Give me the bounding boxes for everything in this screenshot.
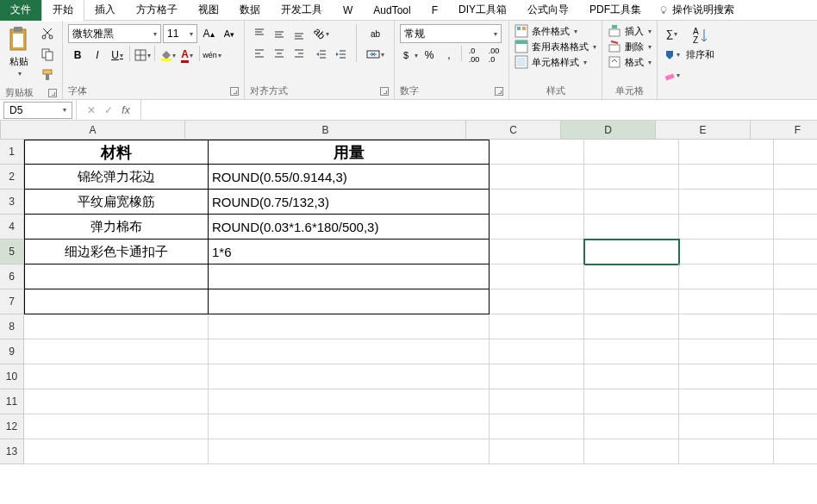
row-header-6[interactable]: 6 — [0, 264, 24, 289]
accept-formula-button[interactable]: ✓ — [101, 103, 116, 118]
number-format-select[interactable]: 常规▾ — [400, 24, 502, 43]
row-header-9[interactable]: 9 — [0, 339, 24, 364]
sort-filter-button[interactable]: AZ 排序和 — [684, 24, 716, 63]
cell-B9[interactable] — [209, 339, 490, 364]
cell-C6[interactable] — [490, 264, 584, 289]
cell-F10[interactable] — [774, 364, 817, 389]
cell-B5[interactable]: 1*6 — [209, 240, 490, 264]
tab-ffgz[interactable]: 方方格子 — [126, 0, 188, 21]
table-format-button[interactable]: 套用表格格式▾ — [515, 40, 596, 53]
cell-D2[interactable] — [584, 165, 679, 190]
cell-B8[interactable] — [209, 314, 490, 339]
col-header-B[interactable]: B — [185, 121, 466, 140]
cell-F4[interactable] — [774, 215, 817, 240]
decrease-indent-button[interactable] — [312, 45, 331, 64]
copy-button[interactable] — [38, 45, 57, 64]
cell-style-button[interactable]: 单元格样式▾ — [515, 55, 596, 69]
align-left-button[interactable] — [250, 44, 269, 63]
cell-A12[interactable] — [24, 414, 209, 439]
tab-dev[interactable]: 开发工具 — [271, 0, 333, 21]
cell-F2[interactable] — [774, 165, 817, 190]
cell-A5[interactable]: 细边彩色卡通扣子 — [24, 240, 209, 264]
cell-C8[interactable] — [490, 314, 584, 339]
cell-E8[interactable] — [679, 314, 774, 339]
cell-B3[interactable]: ROUND(0.75/132,3) — [209, 190, 490, 215]
cell-A6[interactable] — [24, 264, 209, 289]
row-header-13[interactable]: 13 — [0, 439, 24, 464]
cell-A10[interactable] — [24, 364, 209, 389]
cell-C4[interactable] — [490, 215, 584, 240]
paste-button[interactable]: 粘贴 ▾ — [5, 24, 33, 79]
cell-C10[interactable] — [490, 364, 584, 389]
cell-F5[interactable] — [774, 240, 817, 264]
cell-D11[interactable] — [584, 389, 679, 414]
cell-C2[interactable] — [490, 165, 584, 190]
fill-button[interactable]: ▾ — [663, 45, 681, 64]
row-header-1[interactable]: 1 — [0, 140, 24, 165]
bold-button[interactable]: B — [68, 46, 87, 65]
comma-button[interactable]: , — [440, 46, 458, 65]
cell-F7[interactable] — [774, 289, 817, 314]
cell-C12[interactable] — [490, 414, 584, 439]
row-header-12[interactable]: 12 — [0, 414, 24, 439]
cell-B4[interactable]: ROUND(0.03*1.6*180/500,3) — [209, 215, 490, 240]
cell-C7[interactable] — [490, 289, 584, 314]
row-header-11[interactable]: 11 — [0, 389, 24, 414]
tab-view[interactable]: 视图 — [188, 0, 229, 21]
autosum-button[interactable]: ∑▾ — [663, 24, 681, 43]
cell-C5[interactable] — [490, 240, 584, 264]
cell-B2[interactable]: ROUND(0.55/0.9144,3) — [209, 165, 490, 190]
cell-D10[interactable] — [584, 364, 679, 389]
cell-D4[interactable] — [584, 215, 679, 240]
row-header-4[interactable]: 4 — [0, 215, 24, 240]
cell-E3[interactable] — [679, 190, 774, 215]
tab-data[interactable]: 数据 — [229, 0, 271, 21]
row-header-2[interactable]: 2 — [0, 165, 24, 190]
row-header-10[interactable]: 10 — [0, 364, 24, 389]
cell-D3[interactable] — [584, 190, 679, 215]
cell-E2[interactable] — [679, 165, 774, 190]
increase-decimal-button[interactable]: .0.00 — [465, 46, 483, 65]
increase-indent-button[interactable] — [332, 45, 351, 64]
cell-D13[interactable] — [584, 439, 679, 464]
tab-audtool[interactable]: AudTool — [363, 1, 421, 20]
currency-button[interactable]: $▾ — [400, 46, 419, 65]
clear-button[interactable]: ▾ — [663, 65, 681, 84]
cell-E5[interactable] — [679, 240, 774, 264]
cell-F13[interactable] — [774, 439, 817, 464]
align-top-button[interactable] — [250, 24, 269, 43]
insert-cells-button[interactable]: 插入▾ — [608, 24, 652, 38]
merge-button[interactable]: ▾ — [362, 45, 389, 64]
col-header-A[interactable]: A — [1, 121, 185, 140]
delete-cells-button[interactable]: 删除▾ — [608, 40, 652, 53]
font-name-select[interactable]: 微软雅黑▾ — [68, 24, 161, 43]
cell-E13[interactable] — [679, 439, 774, 464]
font-launcher[interactable] — [230, 87, 239, 96]
border-button[interactable]: ▾ — [133, 46, 152, 65]
cell-A2[interactable]: 锦纶弹力花边 — [24, 165, 209, 190]
row-header-8[interactable]: 8 — [0, 314, 24, 339]
cell-B13[interactable] — [209, 439, 490, 464]
cell-C13[interactable] — [490, 439, 584, 464]
format-cells-button[interactable]: 格式▾ — [608, 55, 652, 69]
cell-E10[interactable] — [679, 364, 774, 389]
cell-A9[interactable] — [24, 339, 209, 364]
underline-button[interactable]: U▾ — [108, 46, 127, 65]
row-header-3[interactable]: 3 — [0, 190, 24, 215]
cell-F9[interactable] — [774, 339, 817, 364]
cell-D12[interactable] — [584, 414, 679, 439]
format-painter-button[interactable] — [38, 65, 57, 84]
cell-A11[interactable] — [24, 389, 209, 414]
tab-home[interactable]: 开始 — [41, 0, 84, 22]
font-size-select[interactable]: 11▾ — [163, 24, 197, 43]
alignment-launcher[interactable] — [380, 87, 389, 96]
cut-button[interactable] — [38, 24, 57, 43]
tab-fxguide[interactable]: 公式向导 — [517, 0, 579, 21]
cell-A13[interactable] — [24, 439, 209, 464]
tab-insert[interactable]: 插入 — [84, 0, 126, 21]
decrease-decimal-button[interactable]: .00.0 — [484, 46, 503, 65]
cell-D9[interactable] — [584, 339, 679, 364]
italic-button[interactable]: I — [88, 46, 107, 65]
cell-F11[interactable] — [774, 389, 817, 414]
col-header-D[interactable]: D — [561, 121, 656, 140]
